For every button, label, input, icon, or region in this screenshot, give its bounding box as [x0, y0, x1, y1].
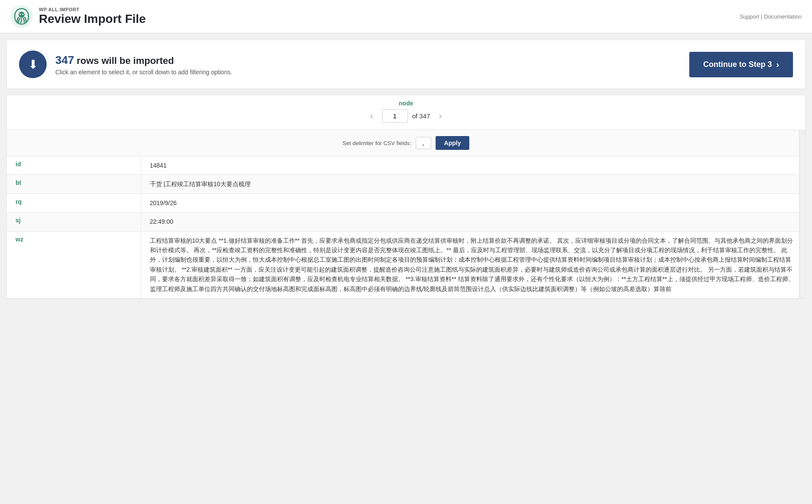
header: WP ALL IMPORT Review Import File Support… — [0, 0, 812, 33]
table-row-key[interactable]: id — [7, 156, 141, 175]
import-icon: ⬇ — [19, 51, 47, 78]
banner-left: ⬇ 347 rows will be imported Click an ele… — [19, 51, 232, 78]
table-row: sj22:49:00 — [7, 212, 805, 231]
node-nav: node ‹ of 347 › — [7, 95, 805, 130]
table-row-value: 工程结算审核的10大要点 **1.做好结算审核的准备工作** 首先，应要求承包商… — [141, 231, 805, 298]
table-row-key[interactable]: rq — [7, 193, 141, 212]
next-arrow[interactable]: › — [434, 111, 446, 122]
header-title-block: WP ALL IMPORT Review Import File — [39, 7, 146, 26]
table-row-key[interactable]: bt — [7, 175, 141, 193]
table-row: id14841 — [7, 156, 805, 175]
node-nav-inner: ‹ of 347 › — [366, 109, 446, 123]
csv-delimiter-label: Set delimiter for CSV fields: — [343, 140, 411, 146]
row-count-number: 347 — [55, 54, 74, 67]
table-row-value: 2019/9/26 — [141, 193, 805, 212]
table-row: bt千货 |工程竣工结算审核10大要点梳理 — [7, 175, 805, 193]
table-row-value: 千货 |工程竣工结算审核10大要点梳理 — [141, 175, 805, 193]
table-row-value: 22:49:00 — [141, 212, 805, 231]
row-count-suffix: rows will be imported — [74, 55, 174, 66]
table-row-key[interactable]: wz — [7, 231, 141, 298]
page-of-label: of 347 — [412, 112, 430, 120]
link-separator: | — [761, 13, 764, 20]
download-icon: ⬇ — [28, 57, 38, 72]
banner-description: Click an element to select it, or scroll… — [55, 69, 232, 76]
table-row: rq2019/9/26 — [7, 193, 805, 212]
banner: ⬇ 347 rows will be imported Click an ele… — [7, 40, 805, 89]
header-subtitle: WP ALL IMPORT — [39, 7, 146, 12]
main-panel: node ‹ of 347 › Set delimiter for CSV fi… — [7, 95, 805, 298]
continue-step-button[interactable]: Continue to Step 3 › — [689, 52, 793, 77]
header-links: Support | Documentation — [739, 13, 802, 20]
documentation-link[interactable]: Documentation — [764, 13, 802, 20]
prev-arrow[interactable]: ‹ — [366, 111, 377, 122]
csv-delimiter-input[interactable] — [416, 137, 431, 149]
svg-point-2 — [20, 14, 21, 15]
header-title: Review Import File — [39, 12, 146, 26]
node-label: node — [399, 100, 413, 107]
table-row-key[interactable]: sj — [7, 212, 141, 231]
arrow-right-icon: › — [776, 60, 779, 70]
svg-point-3 — [22, 14, 24, 15]
csv-delimiter-row: Set delimiter for CSV fields: Apply — [7, 130, 805, 156]
wp-all-import-logo — [10, 5, 33, 28]
continue-button-label: Continue to Step 3 — [703, 60, 772, 69]
data-table: id14841bt千货 |工程竣工结算审核10大要点梳理rq2019/9/26s… — [7, 156, 805, 298]
support-link[interactable]: Support — [739, 13, 759, 20]
svg-point-1 — [19, 12, 25, 18]
apply-button[interactable]: Apply — [436, 136, 470, 150]
table-row: wz工程结算审核的10大要点 **1.做好结算审核的准备工作** 首先，应要求承… — [7, 231, 805, 298]
header-left: WP ALL IMPORT Review Import File — [10, 5, 146, 28]
import-count: 347 rows will be imported — [55, 54, 232, 67]
page-number-input[interactable] — [382, 109, 408, 123]
banner-text: 347 rows will be imported Click an eleme… — [55, 54, 232, 76]
table-row-value: 14841 — [141, 156, 805, 175]
